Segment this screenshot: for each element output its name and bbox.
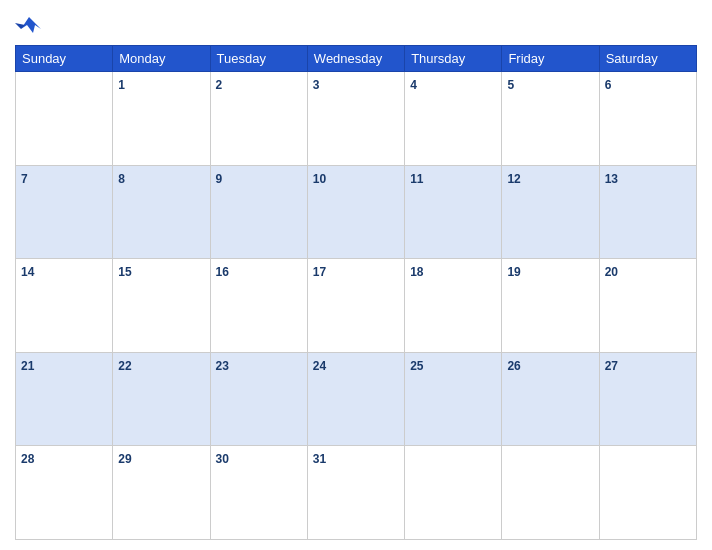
date-number: 15 <box>118 265 131 279</box>
calendar-cell: 27 <box>599 352 696 446</box>
calendar-cell <box>16 72 113 166</box>
calendar-cell: 11 <box>405 165 502 259</box>
date-number: 18 <box>410 265 423 279</box>
calendar-cell: 12 <box>502 165 599 259</box>
date-number: 9 <box>216 172 223 186</box>
date-number: 4 <box>410 78 417 92</box>
calendar-cell: 17 <box>307 259 404 353</box>
day-header-thursday: Thursday <box>405 46 502 72</box>
date-number: 29 <box>118 452 131 466</box>
date-number: 23 <box>216 359 229 373</box>
calendar-cell: 28 <box>16 446 113 540</box>
calendar-cell: 7 <box>16 165 113 259</box>
date-number: 20 <box>605 265 618 279</box>
week-row-5: 28293031 <box>16 446 697 540</box>
calendar-cell: 5 <box>502 72 599 166</box>
date-number: 28 <box>21 452 34 466</box>
day-header-sunday: Sunday <box>16 46 113 72</box>
calendar-cell: 8 <box>113 165 210 259</box>
date-number: 24 <box>313 359 326 373</box>
calendar-cell: 29 <box>113 446 210 540</box>
calendar-cell: 3 <box>307 72 404 166</box>
date-number: 1 <box>118 78 125 92</box>
calendar-cell: 18 <box>405 259 502 353</box>
date-number: 8 <box>118 172 125 186</box>
date-number: 2 <box>216 78 223 92</box>
calendar-cell <box>502 446 599 540</box>
calendar-cell: 1 <box>113 72 210 166</box>
date-number: 19 <box>507 265 520 279</box>
date-number: 14 <box>21 265 34 279</box>
svg-marker-1 <box>15 23 25 29</box>
calendar-cell <box>405 446 502 540</box>
calendar-cell: 14 <box>16 259 113 353</box>
week-row-4: 21222324252627 <box>16 352 697 446</box>
date-number: 27 <box>605 359 618 373</box>
calendar-cell: 9 <box>210 165 307 259</box>
calendar-cell: 31 <box>307 446 404 540</box>
calendar-cell: 2 <box>210 72 307 166</box>
day-header-friday: Friday <box>502 46 599 72</box>
calendar-table: SundayMondayTuesdayWednesdayThursdayFrid… <box>15 45 697 540</box>
date-number: 5 <box>507 78 514 92</box>
date-number: 7 <box>21 172 28 186</box>
calendar-cell: 22 <box>113 352 210 446</box>
calendar-cell: 15 <box>113 259 210 353</box>
date-number: 11 <box>410 172 423 186</box>
calendar-cell: 6 <box>599 72 696 166</box>
day-header-saturday: Saturday <box>599 46 696 72</box>
calendar-cell: 26 <box>502 352 599 446</box>
calendar-cell: 19 <box>502 259 599 353</box>
date-number: 30 <box>216 452 229 466</box>
calendar-cell: 23 <box>210 352 307 446</box>
date-number: 31 <box>313 452 326 466</box>
days-header-row: SundayMondayTuesdayWednesdayThursdayFrid… <box>16 46 697 72</box>
date-number: 13 <box>605 172 618 186</box>
date-number: 26 <box>507 359 520 373</box>
week-row-3: 14151617181920 <box>16 259 697 353</box>
calendar-cell: 20 <box>599 259 696 353</box>
calendar-cell <box>599 446 696 540</box>
logo <box>15 15 46 37</box>
calendar-cell: 30 <box>210 446 307 540</box>
calendar-cell: 4 <box>405 72 502 166</box>
week-row-1: 123456 <box>16 72 697 166</box>
logo-bird-icon <box>15 15 43 37</box>
date-number: 6 <box>605 78 612 92</box>
calendar-cell: 21 <box>16 352 113 446</box>
week-row-2: 78910111213 <box>16 165 697 259</box>
date-number: 16 <box>216 265 229 279</box>
calendar-cell: 10 <box>307 165 404 259</box>
date-number: 17 <box>313 265 326 279</box>
date-number: 12 <box>507 172 520 186</box>
calendar-header <box>15 10 697 45</box>
date-number: 25 <box>410 359 423 373</box>
calendar-cell: 16 <box>210 259 307 353</box>
calendar-cell: 25 <box>405 352 502 446</box>
date-number: 3 <box>313 78 320 92</box>
day-header-wednesday: Wednesday <box>307 46 404 72</box>
day-header-tuesday: Tuesday <box>210 46 307 72</box>
date-number: 21 <box>21 359 34 373</box>
date-number: 22 <box>118 359 131 373</box>
calendar-cell: 13 <box>599 165 696 259</box>
date-number: 10 <box>313 172 326 186</box>
calendar-cell: 24 <box>307 352 404 446</box>
day-header-monday: Monday <box>113 46 210 72</box>
